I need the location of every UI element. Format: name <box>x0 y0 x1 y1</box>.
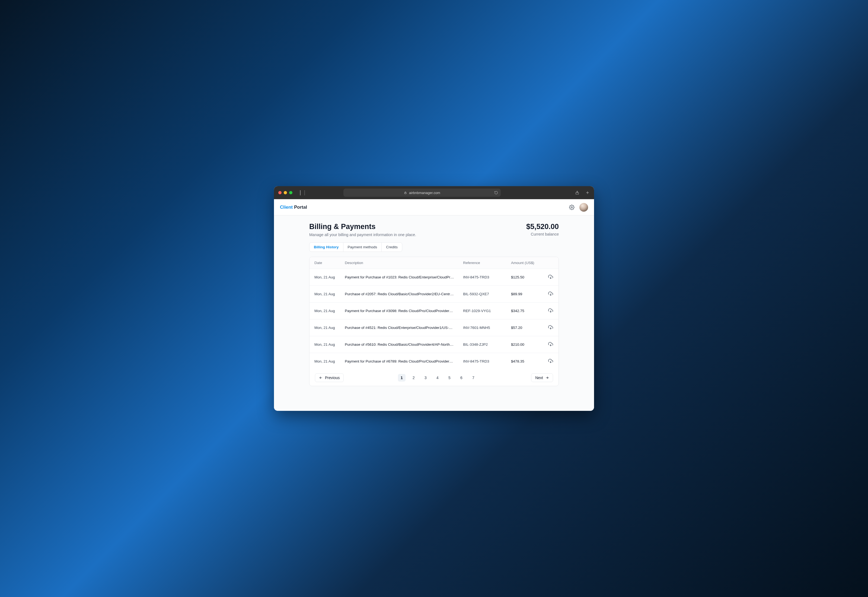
browser-back-button[interactable] <box>300 190 301 195</box>
settings-button[interactable] <box>569 205 575 210</box>
browser-right-icons <box>575 190 590 195</box>
svg-point-2 <box>571 206 573 208</box>
header-right <box>569 203 588 212</box>
cell-actions <box>543 319 558 336</box>
page-number[interactable]: 7 <box>470 374 477 382</box>
page-number[interactable]: 6 <box>458 374 465 382</box>
reload-icon[interactable] <box>494 191 498 195</box>
billing-table-card: DateDescriptionReferenceAmount (US$) Mon… <box>309 257 559 386</box>
page-number[interactable]: 2 <box>410 374 418 382</box>
table-row: Mon, 21 AugPayment for Purchase of #3098… <box>310 303 558 319</box>
prev-page-label: Previous <box>325 376 339 380</box>
cell-description: Purchase of #5610: Redis Cloud/Basic/Clo… <box>341 336 459 353</box>
table-row: Mon, 21 AugPurchase of #4521: Redis Clou… <box>310 319 558 336</box>
cell-amount: $210.00 <box>507 336 543 353</box>
cell-description: Payment for Purchase of #6789: Redis Clo… <box>341 353 459 370</box>
page-head: Billing & Payments Manage all your billi… <box>309 223 559 237</box>
cell-amount: $57.20 <box>507 319 543 336</box>
billing-table: DateDescriptionReferenceAmount (US$) Mon… <box>310 257 558 370</box>
cell-actions <box>543 286 558 303</box>
next-page-button[interactable]: Next <box>531 373 553 382</box>
table-header-row: DateDescriptionReferenceAmount (US$) <box>310 257 558 269</box>
next-page-label: Next <box>535 376 543 380</box>
tab-payment-methods[interactable]: Payment methods <box>344 243 382 251</box>
cell-date: Mon, 21 Aug <box>310 286 341 303</box>
cell-reference: BIL-5932-QXE7 <box>459 286 507 303</box>
cell-description: Purchase of #2057: Redis Cloud/Basic/Clo… <box>341 286 459 303</box>
cell-actions <box>543 303 558 319</box>
pagination: Previous 1234567 Next <box>310 370 558 386</box>
cell-amount: $478.35 <box>507 353 543 370</box>
cell-amount: $89.99 <box>507 286 543 303</box>
cell-reference: REF-1029-VYG1 <box>459 303 507 319</box>
download-invoice-button[interactable] <box>548 360 553 364</box>
table-row: Mon, 21 AugPurchase of #5610: Redis Clou… <box>310 336 558 353</box>
balance-label: Current balance <box>526 232 559 236</box>
table-row: Mon, 21 AugPurchase of #2057: Redis Clou… <box>310 286 558 303</box>
download-invoice-button[interactable] <box>548 327 553 331</box>
page-subtitle: Manage all your billing and payment info… <box>309 233 416 237</box>
tabs: Billing HistoryPayment methodsCredits <box>309 242 402 252</box>
arrow-left-icon <box>319 376 323 380</box>
browser-nav-arrows <box>300 190 305 195</box>
cell-reference: BIL-3348-ZJP2 <box>459 336 507 353</box>
browser-forward-button[interactable] <box>304 190 305 195</box>
page-title: Billing & Payments <box>309 223 416 231</box>
browser-url-bar[interactable]: airbnbmanager.com <box>344 189 501 197</box>
table-row: Mon, 21 AugPayment for Purchase of #1023… <box>310 269 558 286</box>
col-header <box>543 257 558 269</box>
new-tab-icon[interactable] <box>585 190 590 195</box>
download-invoice-button[interactable] <box>548 343 553 348</box>
logo-text-primary: Client <box>280 205 293 210</box>
col-header: Amount (US$) <box>507 257 543 269</box>
page-number[interactable]: 3 <box>422 374 430 382</box>
tab-billing-history[interactable]: Billing History <box>310 243 344 251</box>
page-number[interactable]: 4 <box>434 374 441 382</box>
download-invoice-button[interactable] <box>548 293 553 297</box>
app-header: Client Portal <box>274 199 594 215</box>
cell-date: Mon, 21 Aug <box>310 269 341 286</box>
cell-date: Mon, 21 Aug <box>310 319 341 336</box>
col-header: Reference <box>459 257 507 269</box>
page-numbers: 1234567 <box>398 374 477 382</box>
cell-amount: $125.50 <box>507 269 543 286</box>
download-invoice-button[interactable] <box>548 310 553 314</box>
cell-date: Mon, 21 Aug <box>310 353 341 370</box>
window-zoom-icon[interactable] <box>289 191 292 194</box>
cell-description: Purchase of #4521: Redis Cloud/Enterpris… <box>341 319 459 336</box>
window-close-icon[interactable] <box>278 191 281 194</box>
page-head-right: $5,520.00 Current balance <box>526 223 559 236</box>
cell-description: Payment for Purchase of #3098: Redis Clo… <box>341 303 459 319</box>
cell-date: Mon, 21 Aug <box>310 303 341 319</box>
cell-description: Payment for Purchase of #1023: Redis Clo… <box>341 269 459 286</box>
browser-chrome: airbnbmanager.com <box>274 186 594 199</box>
arrow-right-icon <box>545 376 549 380</box>
balance-amount: $5,520.00 <box>526 223 559 231</box>
tab-credits[interactable]: Credits <box>382 243 402 251</box>
col-header: Date <box>310 257 341 269</box>
app-logo[interactable]: Client Portal <box>280 205 307 210</box>
page-head-left: Billing & Payments Manage all your billi… <box>309 223 416 237</box>
prev-page-button[interactable]: Previous <box>315 373 344 382</box>
browser-window: airbnbmanager.com Client Portal <box>274 186 594 411</box>
window-minimize-icon[interactable] <box>284 191 287 194</box>
share-icon[interactable] <box>575 190 579 195</box>
main-container: Billing & Payments Manage all your billi… <box>309 223 559 386</box>
gear-icon <box>569 205 575 210</box>
page-number[interactable]: 1 <box>398 374 406 382</box>
page-number[interactable]: 5 <box>446 374 453 382</box>
download-invoice-button[interactable] <box>548 276 553 280</box>
lock-icon <box>404 191 407 194</box>
cell-actions <box>543 336 558 353</box>
cell-reference: INV-8475-TRD3 <box>459 269 507 286</box>
traffic-lights <box>278 191 292 194</box>
browser-url-text: airbnbmanager.com <box>409 191 440 195</box>
logo-text-secondary: Portal <box>293 205 307 210</box>
col-header: Description <box>341 257 459 269</box>
table-row: Mon, 21 AugPayment for Purchase of #6789… <box>310 353 558 370</box>
user-avatar[interactable] <box>579 203 588 212</box>
svg-rect-0 <box>404 193 406 194</box>
cell-reference: INV-8475-TRD3 <box>459 353 507 370</box>
cell-amount: $342.75 <box>507 303 543 319</box>
page-body: Billing & Payments Manage all your billi… <box>274 215 594 411</box>
